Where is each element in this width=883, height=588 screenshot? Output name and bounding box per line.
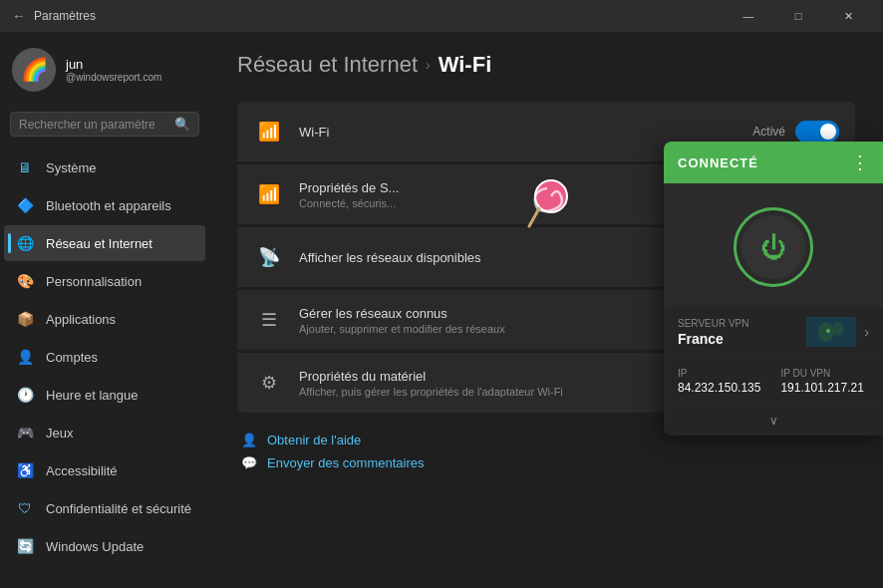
breadcrumb-parent[interactable]: Réseau et Internet	[237, 52, 418, 78]
close-button[interactable]: ✕	[825, 0, 871, 32]
vpn-power-button[interactable]: ⏻	[734, 207, 813, 287]
profile-email: @windowsreport.com	[66, 72, 161, 83]
help-link-label: Obtenir de l'aide	[267, 433, 361, 447]
titlebar-left: ← Paramètres	[12, 8, 96, 24]
feedback-link[interactable]: 💬 Envoyer des commentaires	[241, 455, 855, 470]
vpn-ip-section: IP 84.232.150.135 IP du VPN 191.101.217.…	[664, 358, 883, 405]
sidebar-item-personnalisation[interactable]: 🎨 Personnalisation	[4, 263, 205, 299]
vpn-expand-icon: ∨	[769, 414, 778, 428]
vpn-connected-bar: CONNECTÉ ⋮	[664, 142, 883, 183]
wifi-toggle[interactable]	[795, 121, 839, 143]
vpn-power-icon: ⏻	[741, 215, 805, 279]
search-box[interactable]: 🔍	[10, 112, 199, 137]
help-section: 👤 Obtenir de l'aide 💬 Envoyer des commen…	[237, 433, 855, 470]
restore-button[interactable]: □	[775, 0, 821, 32]
bluetooth-icon: 🔷	[16, 196, 34, 214]
wifi-properties-icon: 📶	[253, 178, 285, 210]
breadcrumb: Réseau et Internet › Wi-Fi	[237, 52, 855, 78]
titlebar-controls: — □ ✕	[726, 0, 871, 32]
vpn-connected-label: CONNECTÉ	[678, 155, 758, 170]
svg-point-4	[818, 322, 834, 342]
search-input[interactable]	[19, 118, 168, 132]
profile-name: jun	[66, 57, 161, 72]
sidebar-profile[interactable]: 🌈 jun @windowsreport.com	[0, 32, 209, 108]
sidebar-item-systeme[interactable]: 🖥 Système	[4, 149, 205, 185]
vpn-server-label: SERVEUR VPN	[678, 318, 749, 329]
sidebar-item-heure[interactable]: 🕐 Heure et langue	[4, 377, 205, 413]
vpn-ip-label: IP	[678, 368, 760, 379]
vpn-power-section: ⏻	[664, 183, 883, 307]
vpn-map	[806, 317, 856, 347]
vpn-server-chevron: ›	[864, 324, 869, 340]
vpn-overlay: CONNECTÉ ⋮ ⏻ SERVEUR VPN France	[664, 142, 883, 436]
sidebar-item-label: Bluetooth et appareils	[46, 198, 171, 213]
sidebar-item-windows-update[interactable]: 🔄 Windows Update	[4, 528, 205, 564]
sidebar-item-comptes[interactable]: 👤 Comptes	[4, 339, 205, 375]
sidebar: 🌈 jun @windowsreport.com 🔍 🖥 Système 🔷 B…	[0, 32, 209, 588]
sidebar-item-accessibilite[interactable]: ♿ Accessibilité	[4, 452, 205, 488]
help-icon: 👤	[241, 433, 257, 447]
breadcrumb-current: Wi-Fi	[439, 52, 492, 78]
titlebar-title: Paramètres	[34, 9, 96, 23]
avatar-image: 🌈	[12, 48, 56, 92]
sidebar-item-applications[interactable]: 📦 Applications	[4, 301, 205, 337]
heure-icon: 🕐	[16, 386, 34, 404]
reseau-icon: 🌐	[16, 234, 34, 252]
vpn-expand-button[interactable]: ∨	[664, 406, 883, 436]
sidebar-item-bluetooth[interactable]: 🔷 Bluetooth et appareils	[4, 187, 205, 223]
minimize-button[interactable]: —	[726, 0, 771, 32]
sidebar-item-label: Personnalisation	[46, 274, 142, 289]
rainbow-icon: 🌈	[21, 57, 48, 83]
titlebar: ← Paramètres — □ ✕	[0, 0, 883, 32]
accessibilite-icon: ♿	[16, 461, 34, 479]
wifi-toggle-label: Activé	[752, 125, 785, 139]
sidebar-item-label: Heure et langue	[46, 388, 139, 403]
app-body: 🌈 jun @windowsreport.com 🔍 🖥 Système 🔷 B…	[0, 32, 883, 588]
vpn-menu-button[interactable]: ⋮	[851, 151, 869, 173]
vpn-ip-value: 84.232.150.135	[678, 381, 760, 395]
sidebar-item-label: Confidentialité et sécurité	[46, 501, 191, 516]
back-button[interactable]: ←	[12, 8, 26, 24]
windows-update-icon: 🔄	[16, 537, 34, 555]
confidentialite-icon: 🛡	[16, 499, 34, 517]
vpn-server-value: France	[678, 331, 749, 347]
personnalisation-icon: 🎨	[16, 272, 34, 290]
available-networks-icon: 📡	[253, 241, 285, 273]
jeux-icon: 🎮	[16, 424, 34, 441]
comptes-icon: 👤	[16, 348, 34, 366]
search-icon: 🔍	[174, 117, 190, 132]
svg-point-6	[826, 329, 830, 333]
sidebar-item-confidentialite[interactable]: 🛡 Confidentialité et sécurité	[4, 490, 205, 526]
svg-point-5	[832, 322, 844, 336]
sidebar-item-label: Accessibilité	[46, 463, 118, 478]
sidebar-item-label: Applications	[46, 312, 116, 327]
sidebar-item-label: Système	[46, 160, 97, 175]
feedback-link-label: Envoyer des commentaires	[267, 455, 425, 470]
avatar: 🌈	[12, 48, 56, 92]
sidebar-item-label: Comptes	[46, 350, 98, 365]
known-networks-icon: ☰	[253, 304, 285, 336]
systeme-icon: 🖥	[16, 158, 34, 176]
sidebar-item-jeux[interactable]: 🎮 Jeux	[4, 415, 205, 450]
applications-icon: 📦	[16, 310, 34, 328]
vpn-server-section[interactable]: SERVEUR VPN France ›	[664, 307, 883, 357]
feedback-icon: 💬	[241, 455, 257, 470]
content-area: Réseau et Internet › Wi-Fi 📶 Wi-Fi Activ…	[209, 32, 883, 588]
vpn-vpn-ip-label: IP du VPN	[780, 368, 863, 379]
breadcrumb-separator: ›	[426, 57, 431, 73]
sidebar-item-label: Windows Update	[46, 539, 144, 554]
profile-info: jun @windowsreport.com	[66, 57, 161, 83]
sidebar-item-label: Jeux	[46, 426, 73, 441]
wifi-title: Wi-Fi	[299, 125, 752, 140]
hardware-icon: ⚙	[253, 367, 285, 399]
vpn-vpn-ip-value: 191.101.217.21	[780, 381, 863, 395]
wifi-icon: 📶	[253, 116, 285, 147]
sidebar-item-label: Réseau et Internet	[46, 236, 152, 251]
sidebar-item-reseau[interactable]: 🌐 Réseau et Internet	[4, 225, 205, 261]
